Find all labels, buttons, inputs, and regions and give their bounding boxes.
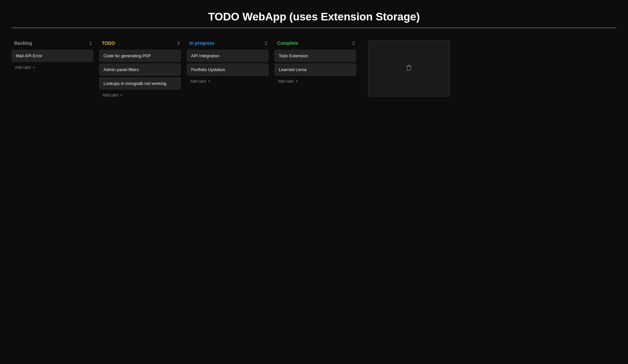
kanban-board: Backlog1Mail API ErrorAdd card+TODO3Code… (0, 28, 628, 97)
add-card-button[interactable]: Add card+ (99, 90, 181, 97)
add-card-label: Add card (190, 79, 206, 84)
column-complete: Complete2Todo ExtensionLearned LernaAdd … (274, 40, 356, 84)
card[interactable]: Learned Lerna (274, 64, 356, 76)
column-title: Complete (277, 40, 298, 46)
column-count: 1 (89, 40, 92, 46)
card-list: Todo ExtensionLearned Lerna (274, 50, 356, 76)
page-title: TODO WebApp (uses Extension Storage) (0, 0, 628, 28)
plus-icon: + (208, 79, 210, 83)
column-title: TODO (102, 40, 115, 46)
column-in-progress: In progress2API IntegrationPortfolio Upd… (187, 40, 269, 84)
card-list: API IntegrationPortfolio Updation (187, 50, 269, 76)
card[interactable]: Code for generating PDF (99, 50, 181, 62)
column-header: Backlog1 (12, 40, 93, 50)
column-header: In progress2 (187, 40, 269, 50)
card[interactable]: Portfolio Updation (187, 64, 269, 76)
add-card-label: Add card (15, 65, 31, 70)
card[interactable]: Admin panel filters (99, 64, 181, 76)
card[interactable]: Mail API Error (12, 50, 93, 62)
add-card-label: Add card (102, 93, 118, 97)
card[interactable]: API Integration (187, 50, 269, 62)
column-title: In progress (189, 40, 214, 46)
add-card-button[interactable]: Add card+ (274, 76, 356, 84)
add-card-button[interactable]: Add card+ (187, 76, 269, 84)
trash-drop-zone[interactable] (368, 40, 450, 96)
column-header: Complete2 (274, 40, 356, 50)
card[interactable]: Todo Extension (274, 50, 356, 62)
plus-icon: + (296, 79, 298, 83)
plus-icon: + (120, 93, 123, 97)
column-header: TODO3 (99, 40, 181, 50)
card[interactable]: Lookups in mongodb not working (99, 77, 181, 90)
column-count: 2 (265, 40, 267, 46)
card-list: Mail API Error (12, 50, 93, 62)
column-count: 2 (352, 40, 355, 46)
column-backlog: Backlog1Mail API ErrorAdd card+ (12, 40, 93, 70)
column-todo: TODO3Code for generating PDFAdmin panel … (99, 40, 181, 97)
plus-icon: + (33, 65, 35, 69)
column-title: Backlog (14, 40, 32, 46)
card-list: Code for generating PDFAdmin panel filte… (99, 50, 181, 90)
column-count: 3 (177, 40, 180, 46)
trash-icon (406, 64, 412, 73)
add-card-button[interactable]: Add card+ (12, 62, 93, 70)
add-card-label: Add card (278, 79, 294, 84)
